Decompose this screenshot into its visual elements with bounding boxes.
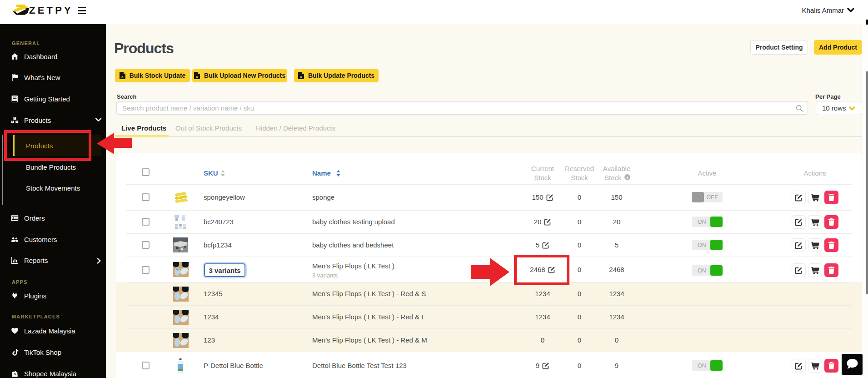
svg-text:x: x (196, 75, 198, 79)
svg-text:S: S (14, 373, 16, 376)
svg-text:x: x (121, 75, 124, 79)
svg-text:x: x (300, 75, 302, 79)
